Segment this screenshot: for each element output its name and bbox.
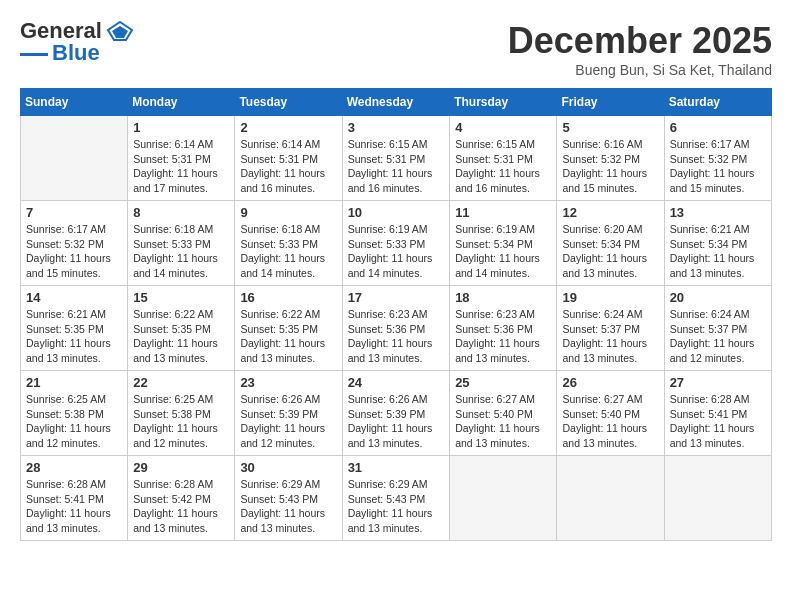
calendar-cell: 12Sunrise: 6:20 AM Sunset: 5:34 PM Dayli…: [557, 201, 664, 286]
day-number: 26: [562, 375, 658, 390]
calendar-cell: 5Sunrise: 6:16 AM Sunset: 5:32 PM Daylig…: [557, 116, 664, 201]
calendar-cell: 31Sunrise: 6:29 AM Sunset: 5:43 PM Dayli…: [342, 456, 450, 541]
calendar-week-row: 28Sunrise: 6:28 AM Sunset: 5:41 PM Dayli…: [21, 456, 772, 541]
day-info: Sunrise: 6:15 AM Sunset: 5:31 PM Dayligh…: [455, 137, 551, 196]
logo-general: General: [20, 20, 102, 42]
day-info: Sunrise: 6:25 AM Sunset: 5:38 PM Dayligh…: [26, 392, 122, 451]
calendar-cell: 30Sunrise: 6:29 AM Sunset: 5:43 PM Dayli…: [235, 456, 342, 541]
day-number: 31: [348, 460, 445, 475]
day-number: 30: [240, 460, 336, 475]
calendar-cell: 4Sunrise: 6:15 AM Sunset: 5:31 PM Daylig…: [450, 116, 557, 201]
day-info: Sunrise: 6:19 AM Sunset: 5:33 PM Dayligh…: [348, 222, 445, 281]
day-info: Sunrise: 6:28 AM Sunset: 5:41 PM Dayligh…: [670, 392, 766, 451]
day-number: 1: [133, 120, 229, 135]
day-number: 27: [670, 375, 766, 390]
calendar-week-row: 7Sunrise: 6:17 AM Sunset: 5:32 PM Daylig…: [21, 201, 772, 286]
calendar-week-row: 21Sunrise: 6:25 AM Sunset: 5:38 PM Dayli…: [21, 371, 772, 456]
day-number: 4: [455, 120, 551, 135]
day-info: Sunrise: 6:24 AM Sunset: 5:37 PM Dayligh…: [562, 307, 658, 366]
calendar-cell: 20Sunrise: 6:24 AM Sunset: 5:37 PM Dayli…: [664, 286, 771, 371]
day-info: Sunrise: 6:22 AM Sunset: 5:35 PM Dayligh…: [133, 307, 229, 366]
logo-blue-text: Blue: [52, 42, 100, 64]
day-number: 21: [26, 375, 122, 390]
day-info: Sunrise: 6:26 AM Sunset: 5:39 PM Dayligh…: [240, 392, 336, 451]
calendar-cell: [557, 456, 664, 541]
day-info: Sunrise: 6:14 AM Sunset: 5:31 PM Dayligh…: [133, 137, 229, 196]
month-title: December 2025: [508, 20, 772, 62]
day-number: 17: [348, 290, 445, 305]
calendar-cell: 14Sunrise: 6:21 AM Sunset: 5:35 PM Dayli…: [21, 286, 128, 371]
day-number: 28: [26, 460, 122, 475]
calendar-cell: 17Sunrise: 6:23 AM Sunset: 5:36 PM Dayli…: [342, 286, 450, 371]
day-number: 11: [455, 205, 551, 220]
calendar-cell: 11Sunrise: 6:19 AM Sunset: 5:34 PM Dayli…: [450, 201, 557, 286]
day-number: 14: [26, 290, 122, 305]
calendar-cell: 13Sunrise: 6:21 AM Sunset: 5:34 PM Dayli…: [664, 201, 771, 286]
day-number: 6: [670, 120, 766, 135]
calendar-cell: 16Sunrise: 6:22 AM Sunset: 5:35 PM Dayli…: [235, 286, 342, 371]
day-info: Sunrise: 6:21 AM Sunset: 5:34 PM Dayligh…: [670, 222, 766, 281]
calendar-cell: 6Sunrise: 6:17 AM Sunset: 5:32 PM Daylig…: [664, 116, 771, 201]
day-number: 25: [455, 375, 551, 390]
logo: General Blue: [20, 20, 134, 64]
calendar-header-row: SundayMondayTuesdayWednesdayThursdayFrid…: [21, 89, 772, 116]
day-info: Sunrise: 6:26 AM Sunset: 5:39 PM Dayligh…: [348, 392, 445, 451]
day-info: Sunrise: 6:29 AM Sunset: 5:43 PM Dayligh…: [240, 477, 336, 536]
calendar-cell: 1Sunrise: 6:14 AM Sunset: 5:31 PM Daylig…: [128, 116, 235, 201]
day-number: 5: [562, 120, 658, 135]
calendar-cell: 25Sunrise: 6:27 AM Sunset: 5:40 PM Dayli…: [450, 371, 557, 456]
day-info: Sunrise: 6:20 AM Sunset: 5:34 PM Dayligh…: [562, 222, 658, 281]
day-number: 23: [240, 375, 336, 390]
day-info: Sunrise: 6:18 AM Sunset: 5:33 PM Dayligh…: [133, 222, 229, 281]
day-of-week-wednesday: Wednesday: [342, 89, 450, 116]
day-number: 7: [26, 205, 122, 220]
calendar-cell: 15Sunrise: 6:22 AM Sunset: 5:35 PM Dayli…: [128, 286, 235, 371]
day-number: 29: [133, 460, 229, 475]
calendar-cell: 22Sunrise: 6:25 AM Sunset: 5:38 PM Dayli…: [128, 371, 235, 456]
day-info: Sunrise: 6:19 AM Sunset: 5:34 PM Dayligh…: [455, 222, 551, 281]
day-info: Sunrise: 6:27 AM Sunset: 5:40 PM Dayligh…: [455, 392, 551, 451]
location: Bueng Bun, Si Sa Ket, Thailand: [508, 62, 772, 78]
calendar-cell: [450, 456, 557, 541]
calendar-cell: 23Sunrise: 6:26 AM Sunset: 5:39 PM Dayli…: [235, 371, 342, 456]
calendar-cell: 7Sunrise: 6:17 AM Sunset: 5:32 PM Daylig…: [21, 201, 128, 286]
day-number: 13: [670, 205, 766, 220]
calendar-cell: 10Sunrise: 6:19 AM Sunset: 5:33 PM Dayli…: [342, 201, 450, 286]
day-number: 16: [240, 290, 336, 305]
day-info: Sunrise: 6:17 AM Sunset: 5:32 PM Dayligh…: [26, 222, 122, 281]
day-of-week-thursday: Thursday: [450, 89, 557, 116]
logo-blue-line: [20, 53, 48, 56]
day-number: 8: [133, 205, 229, 220]
day-info: Sunrise: 6:27 AM Sunset: 5:40 PM Dayligh…: [562, 392, 658, 451]
day-info: Sunrise: 6:23 AM Sunset: 5:36 PM Dayligh…: [455, 307, 551, 366]
calendar-cell: [664, 456, 771, 541]
day-of-week-saturday: Saturday: [664, 89, 771, 116]
calendar-cell: 8Sunrise: 6:18 AM Sunset: 5:33 PM Daylig…: [128, 201, 235, 286]
day-number: 10: [348, 205, 445, 220]
title-section: December 2025 Bueng Bun, Si Sa Ket, Thai…: [508, 20, 772, 78]
calendar-cell: 21Sunrise: 6:25 AM Sunset: 5:38 PM Dayli…: [21, 371, 128, 456]
day-number: 18: [455, 290, 551, 305]
calendar-cell: 26Sunrise: 6:27 AM Sunset: 5:40 PM Dayli…: [557, 371, 664, 456]
day-of-week-friday: Friday: [557, 89, 664, 116]
calendar-cell: 9Sunrise: 6:18 AM Sunset: 5:33 PM Daylig…: [235, 201, 342, 286]
day-info: Sunrise: 6:14 AM Sunset: 5:31 PM Dayligh…: [240, 137, 336, 196]
day-info: Sunrise: 6:23 AM Sunset: 5:36 PM Dayligh…: [348, 307, 445, 366]
day-info: Sunrise: 6:29 AM Sunset: 5:43 PM Dayligh…: [348, 477, 445, 536]
calendar-cell: 18Sunrise: 6:23 AM Sunset: 5:36 PM Dayli…: [450, 286, 557, 371]
day-number: 20: [670, 290, 766, 305]
day-number: 3: [348, 120, 445, 135]
calendar-cell: 24Sunrise: 6:26 AM Sunset: 5:39 PM Dayli…: [342, 371, 450, 456]
day-of-week-monday: Monday: [128, 89, 235, 116]
day-info: Sunrise: 6:16 AM Sunset: 5:32 PM Dayligh…: [562, 137, 658, 196]
calendar-table: SundayMondayTuesdayWednesdayThursdayFrid…: [20, 88, 772, 541]
day-number: 12: [562, 205, 658, 220]
day-of-week-tuesday: Tuesday: [235, 89, 342, 116]
calendar-cell: 28Sunrise: 6:28 AM Sunset: 5:41 PM Dayli…: [21, 456, 128, 541]
day-number: 24: [348, 375, 445, 390]
day-info: Sunrise: 6:18 AM Sunset: 5:33 PM Dayligh…: [240, 222, 336, 281]
day-info: Sunrise: 6:28 AM Sunset: 5:41 PM Dayligh…: [26, 477, 122, 536]
page-header: General Blue December 2025 Bueng Bun, Si…: [20, 20, 772, 78]
day-info: Sunrise: 6:22 AM Sunset: 5:35 PM Dayligh…: [240, 307, 336, 366]
calendar-cell: 3Sunrise: 6:15 AM Sunset: 5:31 PM Daylig…: [342, 116, 450, 201]
